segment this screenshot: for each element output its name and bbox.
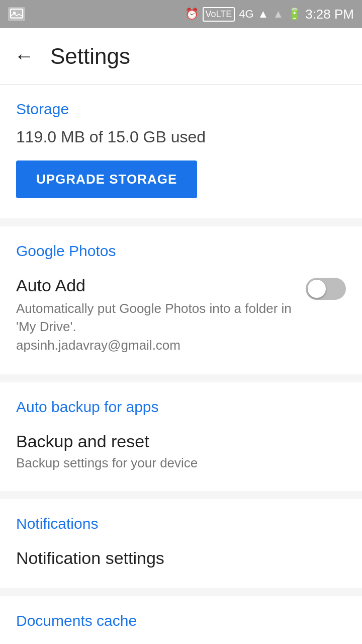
photo-icon [8,7,25,21]
status-bar: ⏰ VoLTE 4G ▲ ▲ 🔋 3:28 PM [0,0,362,28]
auto-add-toggle[interactable] [306,278,346,300]
auto-backup-section: Auto backup for apps Backup and reset Ba… [0,382,362,491]
notifications-section-header: Notifications [16,515,346,532]
documents-cache-section: Documents cache Clear cache Remove all c… [0,596,362,644]
page-title: Settings [50,44,130,69]
battery-icon: 🔋 [288,8,301,21]
auto-backup-section-header: Auto backup for apps [16,398,346,416]
alarm-icon: ⏰ [185,8,199,21]
storage-section: Storage 119.0 MB of 15.0 GB used UPGRADE… [0,85,362,218]
notification-settings-text: Notification settings [16,548,346,568]
clear-cache-item[interactable]: Clear cache Remove all cached documents. [16,641,346,644]
notification-settings-item[interactable]: Notification settings [16,544,346,572]
settings-content: Storage 119.0 MB of 15.0 GB used UPGRADE… [0,85,362,644]
google-photos-section-header: Google Photos [16,243,346,260]
svg-rect-0 [11,9,23,18]
signal-slash-icon: ▲ [273,8,284,21]
auto-add-toggle-container[interactable] [306,278,346,300]
google-photos-section: Google Photos Auto Add Automatically put… [0,226,362,374]
time-display: 3:28 PM [305,7,354,22]
auto-add-item: Auto Add Automatically put Google Photos… [16,272,346,358]
backup-reset-item[interactable]: Backup and reset Backup settings for you… [16,428,346,475]
back-button[interactable]: ← [14,45,34,67]
auto-add-email: apsinh.jadavray@gmail.com [16,338,180,353]
network-label: 4G [239,8,253,21]
storage-usage-text: 119.0 MB of 15.0 GB used [16,128,346,146]
notification-settings-title: Notification settings [16,548,334,568]
backup-reset-text: Backup and reset Backup settings for you… [16,432,346,471]
toolbar: ← Settings [0,28,362,85]
auto-add-title: Auto Add [16,276,294,295]
status-bar-right: ⏰ VoLTE 4G ▲ ▲ 🔋 3:28 PM [185,7,354,22]
backup-reset-title: Backup and reset [16,432,334,451]
documents-cache-section-header: Documents cache [16,612,346,629]
status-bar-left [8,7,25,21]
backup-reset-description: Backup settings for your device [16,455,334,471]
notifications-section: Notifications Notification settings [0,499,362,588]
toggle-knob [308,280,326,298]
upgrade-storage-button[interactable]: UPGRADE STORAGE [16,160,197,198]
signal-icon: ▲ [258,8,269,21]
auto-add-text: Auto Add Automatically put Google Photos… [16,276,306,354]
auto-add-description: Automatically put Google Photos into a f… [16,299,294,354]
storage-section-header: Storage [16,101,346,118]
volte-label: VoLTE [203,7,235,22]
